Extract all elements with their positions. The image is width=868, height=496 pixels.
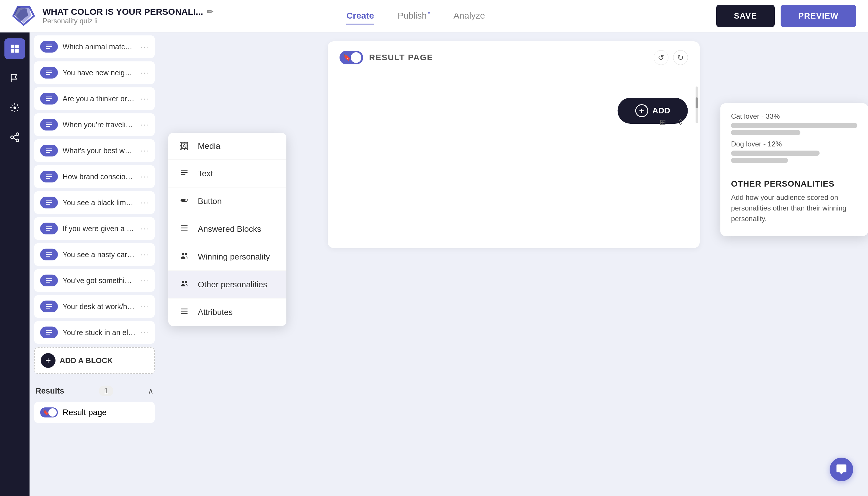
publish-dot: *	[427, 11, 430, 16]
adjust-icon[interactable]: ⇕	[673, 115, 688, 129]
other-personalities-label: Other personalities	[198, 280, 267, 289]
svg-rect-32	[46, 202, 52, 203]
dog-bar-1	[731, 151, 820, 156]
list-item[interactable]: What's your best way to bani... ···	[34, 139, 155, 162]
dropdown-item-winning-personality[interactable]: Winning personality	[168, 243, 286, 271]
dropdown-item-button[interactable]: Button	[168, 187, 286, 215]
results-header[interactable]: Results 1 ∧	[34, 383, 155, 399]
result-page-item[interactable]: 🔖 Result page	[34, 402, 155, 423]
question-more-icon[interactable]: ···	[141, 94, 149, 103]
question-more-icon[interactable]: ···	[141, 276, 149, 285]
question-more-icon[interactable]: ···	[141, 68, 149, 77]
sidebar-blocks-icon[interactable]	[4, 38, 25, 59]
save-button[interactable]: SAVE	[716, 5, 775, 27]
preview-button[interactable]: PREVIEW	[780, 5, 856, 27]
edit-title-icon[interactable]: ✏	[207, 7, 213, 17]
question-text: How brand conscious are yo...	[63, 172, 136, 181]
corner-icons: ⊞ ⇕	[655, 115, 688, 129]
question-more-icon[interactable]: ···	[141, 172, 149, 181]
list-item[interactable]: You're stuck in an elevator wi... ···	[34, 321, 155, 344]
svg-rect-19	[46, 96, 52, 97]
svg-rect-41	[46, 280, 52, 281]
svg-rect-23	[46, 124, 52, 125]
scrollbar-thumb	[696, 97, 698, 108]
list-item[interactable]: Which animal matches your n... ···	[34, 35, 155, 58]
svg-rect-39	[46, 256, 50, 257]
list-item[interactable]: Your desk at work/home is ···	[34, 295, 155, 318]
list-item[interactable]: When you're traveling by trai... ···	[34, 113, 155, 136]
list-item[interactable]: You see a nasty car accident... ···	[34, 243, 155, 266]
svg-rect-30	[46, 178, 50, 179]
list-item[interactable]: Are you a thinker or a feeler? ···	[34, 88, 155, 110]
question-more-icon[interactable]: ···	[141, 120, 149, 129]
result-page-main-toggle[interactable]: 🔖	[340, 51, 363, 64]
question-icon	[40, 327, 58, 338]
svg-rect-44	[46, 306, 52, 307]
dropdown-item-answered-blocks[interactable]: Answered Blocks	[168, 215, 286, 243]
question-icon	[40, 93, 58, 105]
list-item[interactable]: You have new neighbours mo... ···	[34, 61, 155, 84]
question-more-icon[interactable]: ···	[141, 328, 149, 337]
question-more-icon[interactable]: ···	[141, 250, 149, 259]
svg-rect-24	[46, 126, 50, 127]
svg-rect-5	[11, 49, 14, 53]
list-item[interactable]: You see a black limousine, w... ···	[34, 191, 155, 214]
dropdown-item-other-personalities[interactable]: Other personalities	[168, 271, 286, 298]
result-page-content: + ADD ⊞ ⇕	[328, 74, 700, 136]
result-page-toggle[interactable]: 🔖	[40, 407, 58, 417]
question-more-icon[interactable]: ···	[141, 198, 149, 207]
sidebar-flag-icon[interactable]	[4, 68, 25, 89]
svg-rect-42	[46, 282, 50, 282]
app-logo[interactable]	[12, 4, 35, 28]
quiz-title: WHAT COLOR IS YOUR PERSONALI... ✏	[43, 7, 213, 17]
publish-tab-label: Publish	[398, 11, 427, 20]
question-more-icon[interactable]: ···	[141, 146, 149, 155]
question-more-icon[interactable]: ···	[141, 224, 149, 233]
list-item[interactable]: If you were given a free car, ... ···	[34, 217, 155, 240]
sidebar-settings-icon[interactable]	[4, 97, 25, 118]
tab-publish[interactable]: Publish *	[398, 8, 430, 25]
question-icon	[40, 222, 58, 234]
svg-point-10	[16, 139, 19, 142]
dropdown-item-attributes[interactable]: Attributes	[168, 298, 286, 326]
tab-create[interactable]: Create	[346, 8, 374, 25]
undo-button[interactable]: ↺	[654, 50, 668, 65]
button-icon	[179, 196, 189, 207]
svg-rect-4	[15, 45, 19, 48]
question-text: Your desk at work/home is	[63, 302, 136, 311]
svg-rect-15	[46, 48, 50, 49]
add-button-label: ADD	[652, 106, 670, 115]
logo-area: WHAT COLOR IS YOUR PERSONALI... ✏ Person…	[12, 4, 213, 28]
quiz-subtitle: Personality quiz ℹ	[43, 17, 213, 25]
dropdown-item-text[interactable]: Text	[168, 160, 286, 187]
add-block-button[interactable]: + ADD A BLOCK	[34, 347, 155, 374]
svg-point-53	[185, 199, 188, 201]
quiz-type-text: Personality quiz	[43, 17, 92, 25]
main-layout: Which animal matches your n... ··· You h…	[0, 32, 868, 496]
question-more-icon[interactable]: ···	[141, 42, 149, 51]
redo-button[interactable]: ↻	[673, 50, 688, 65]
results-count-badge: 1	[99, 386, 113, 396]
svg-line-11	[13, 138, 16, 140]
media-icon: 🖼	[179, 141, 189, 151]
svg-rect-22	[46, 123, 52, 123]
svg-rect-31	[46, 200, 52, 201]
chat-support-button[interactable]	[830, 458, 853, 481]
svg-rect-33	[46, 204, 50, 205]
tab-analyze[interactable]: Analyze	[453, 8, 485, 25]
svg-point-8	[16, 133, 19, 136]
svg-rect-40	[46, 278, 52, 279]
sidebar-share-icon[interactable]	[4, 127, 25, 148]
winning-personality-icon	[179, 251, 189, 262]
svg-rect-17	[46, 72, 52, 73]
list-item[interactable]: How brand conscious are yo... ···	[34, 165, 155, 188]
svg-point-9	[11, 136, 14, 139]
question-more-icon[interactable]: ···	[141, 302, 149, 311]
cat-bar-1	[731, 123, 857, 128]
svg-rect-25	[46, 149, 52, 149]
dropdown-item-media[interactable]: 🖼 Media	[168, 133, 286, 160]
scrollbar-track[interactable]	[696, 87, 698, 123]
grid-icon[interactable]: ⊞	[655, 115, 670, 129]
question-text: When you're traveling by trai...	[63, 121, 136, 129]
list-item[interactable]: You've got something import... ···	[34, 269, 155, 292]
